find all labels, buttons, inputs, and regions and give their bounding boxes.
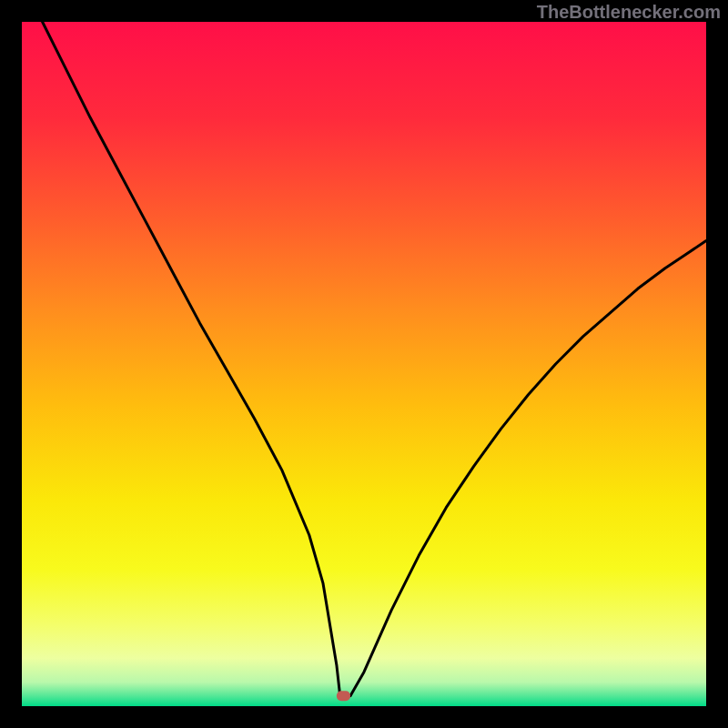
chart-canvas: TheBottlenecker.com [0,0,728,728]
plot-background [22,22,706,706]
bottleneck-chart: TheBottlenecker.com [0,0,728,728]
optimal-point-marker [337,691,350,701]
watermark-text: TheBottlenecker.com [537,2,721,22]
